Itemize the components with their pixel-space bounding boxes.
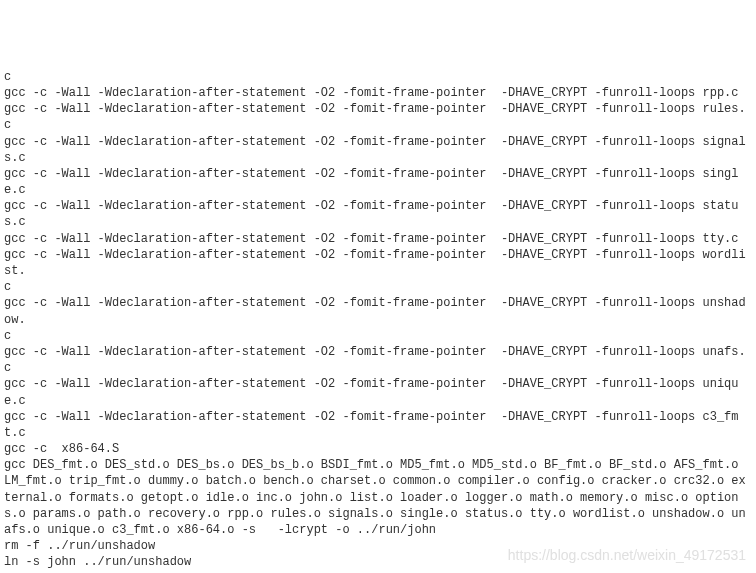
compile-line: gcc -c -Wall -Wdeclaration-after-stateme… xyxy=(4,134,752,166)
compile-line: gcc -c x86-64.S xyxy=(4,441,752,457)
compile-line: gcc -c -Wall -Wdeclaration-after-stateme… xyxy=(4,231,752,247)
compile-line: gcc -c -Wall -Wdeclaration-after-stateme… xyxy=(4,295,752,327)
compile-line: gcc -c -Wall -Wdeclaration-after-stateme… xyxy=(4,409,752,441)
compile-line: gcc -c -Wall -Wdeclaration-after-stateme… xyxy=(4,101,752,133)
compile-line: gcc DES_fmt.o DES_std.o DES_bs.o DES_bs_… xyxy=(4,457,752,538)
compile-line: gcc -c -Wall -Wdeclaration-after-stateme… xyxy=(4,247,752,279)
compile-line: gcc -c -Wall -Wdeclaration-after-stateme… xyxy=(4,85,752,101)
compile-line: c xyxy=(4,328,752,344)
compile-line: rm -f ../run/unshadow xyxy=(4,538,752,554)
compile-line: gcc -c -Wall -Wdeclaration-after-stateme… xyxy=(4,198,752,230)
compile-line: c xyxy=(4,69,752,85)
terminal-output[interactable]: cgcc -c -Wall -Wdeclaration-after-statem… xyxy=(4,69,752,573)
compile-line: gcc -c -Wall -Wdeclaration-after-stateme… xyxy=(4,376,752,408)
compile-line: ln -s john ../run/unshadow xyxy=(4,554,752,570)
compile-line: gcc -c -Wall -Wdeclaration-after-stateme… xyxy=(4,166,752,198)
compile-line: c xyxy=(4,279,752,295)
compile-line: gcc -c -Wall -Wdeclaration-after-stateme… xyxy=(4,344,752,376)
